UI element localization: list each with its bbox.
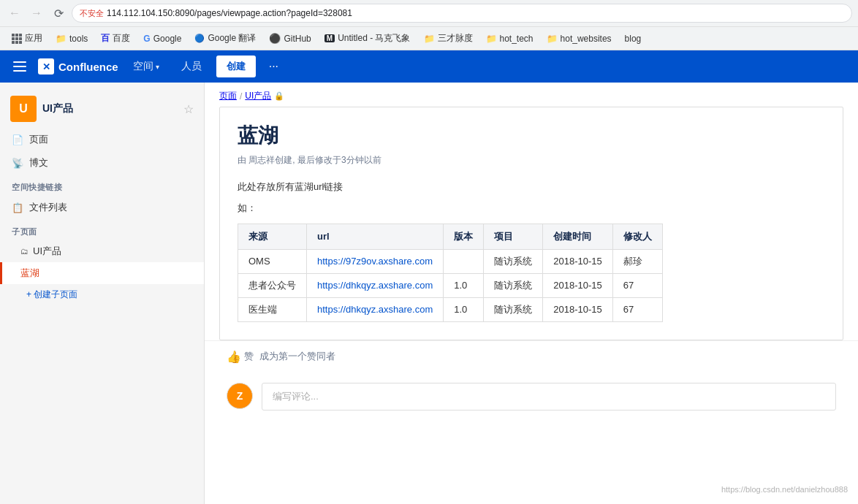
bookmark-apps[interactable]: 应用 [6, 30, 48, 47]
url-link[interactable]: https://dhkqyz.axshare.com [317, 304, 433, 315]
main-layout: U UI产品 ☆ 📄 页面 📡 博文 空间快捷链接 📋 文件列表 子页面 🗂 U… [0, 83, 858, 504]
bookmark-github[interactable]: ⚫ GitHub [263, 30, 316, 47]
bookmark-hot-websites-label: hot_websites [561, 34, 612, 44]
confluence-icon: ✕ [38, 58, 54, 75]
sidebar-item-file-list[interactable]: 📋 文件列表 [0, 196, 204, 219]
spaces-chevron-icon: ▾ [156, 63, 159, 71]
bookmark-hot-tech[interactable]: 📁 hot_tech [480, 30, 539, 47]
bookmark-blog-label: blog [625, 34, 642, 44]
bookmark-google-translate[interactable]: 🔵 Google 翻译 [189, 30, 262, 47]
sidebar-item-pages[interactable]: 📄 页面 [0, 128, 204, 151]
cell-version: 1.0 [444, 273, 484, 297]
cell-url: https://97z9ov.axshare.com [307, 249, 444, 273]
bookmark-hot-websites[interactable]: 📁 hot_websites [541, 30, 618, 47]
comment-input[interactable]: 编写评论... [262, 383, 836, 411]
sidebar-item-lanhhu[interactable]: 蓝湖 [0, 262, 204, 284]
hamburger-menu-button[interactable] [9, 56, 31, 77]
bookmark-sancai-label: 三才脉度 [438, 32, 473, 45]
col-url: url [307, 224, 444, 249]
page-content: 蓝湖 由 周志祥创建, 最后修改于3分钟以前 此处存放所有蓝湖url链接 如： … [238, 122, 825, 322]
bookmark-untitled-label: Untitled - 马克飞象 [338, 32, 410, 45]
sidebar-item-blog[interactable]: 📡 博文 [0, 151, 204, 175]
add-child-page-button[interactable]: + 创建子页面 [0, 284, 204, 305]
cell-source: 患者公众号 [238, 273, 307, 297]
confluence-logo-text: Confluence [58, 61, 118, 73]
page-actions: 👍 赞 成为第一个赞同者 [205, 340, 858, 373]
forward-button[interactable]: → [28, 4, 45, 22]
child-pages-title: 子页面 [0, 219, 204, 240]
cell-created: 2018-10-15 [543, 273, 613, 297]
cell-source: OMS [238, 249, 307, 273]
file-list-icon: 📋 [12, 202, 23, 213]
bookmarks-bar: 应用 📁 tools 百 百度 G Google 🔵 Google 翻译 ⚫ G… [0, 26, 858, 50]
folder-sancai-icon: 📁 [424, 34, 435, 44]
breadcrumb-ui-product-link[interactable]: UI产品 [245, 90, 271, 102]
more-options-button[interactable]: ··· [263, 56, 284, 77]
page-title: 蓝湖 [238, 122, 825, 150]
url-link[interactable]: https://97z9ov.axshare.com [317, 256, 433, 267]
like-label: 赞 [244, 350, 254, 363]
col-created: 创建时间 [543, 224, 613, 249]
col-modifier: 修改人 [612, 224, 662, 249]
space-icon: U [10, 96, 37, 122]
cell-modifier: 67 [612, 273, 662, 297]
sidebar: U UI产品 ☆ 📄 页面 📡 博文 空间快捷链接 📋 文件列表 子页面 🗂 U… [0, 83, 205, 504]
bookmark-tools[interactable]: 📁 tools [50, 30, 94, 47]
confluence-logo[interactable]: ✕ Confluence [38, 58, 118, 75]
col-source: 来源 [238, 224, 307, 249]
bookmark-sancai[interactable]: 📁 三才脉度 [418, 30, 479, 47]
breadcrumb-pages-link[interactable]: 页面 [219, 90, 237, 102]
bookmark-google[interactable]: G Google [137, 30, 187, 47]
create-button[interactable]: 创建 [216, 56, 256, 77]
cell-project: 随访系统 [484, 297, 543, 321]
data-table: 来源 url 版本 项目 创建时间 修改人 OMS https://97z9ov… [238, 224, 663, 322]
breadcrumb: 页面 / UI产品 🔒 [205, 83, 858, 107]
nav-spaces[interactable]: 空间 ▾ [126, 56, 167, 77]
github-icon: ⚫ [269, 33, 281, 44]
nav-people-label: 人员 [181, 60, 202, 73]
security-indicator: 不安全 [80, 8, 104, 19]
cell-url: https://dhkqyz.axshare.com [307, 273, 444, 297]
svg-rect-1 [13, 66, 26, 67]
svg-rect-0 [13, 61, 26, 63]
bookmark-tools-label: tools [69, 34, 88, 44]
bookmark-google-translate-label: Google 翻译 [208, 32, 256, 45]
breadcrumb-separator: / [240, 91, 242, 102]
bookmark-blog[interactable]: blog [619, 30, 648, 47]
sidebar-blog-label: 博文 [29, 156, 48, 169]
url-link[interactable]: https://dhkqyz.axshare.com [317, 280, 433, 291]
body-text-1: 此处存放所有蓝湖url链接 [238, 180, 825, 195]
table-row: OMS https://97z9ov.axshare.com 随访系统 2018… [238, 249, 663, 273]
like-button[interactable]: 👍 赞 [227, 350, 254, 364]
file-list-label: 文件列表 [29, 201, 67, 214]
comment-placeholder: 编写评论... [273, 390, 319, 403]
comment-section: Z 编写评论... [205, 373, 858, 421]
favorite-star-icon[interactable]: ☆ [183, 102, 194, 116]
sidebar-item-ui-product[interactable]: 🗂 UI产品 [0, 240, 204, 262]
table-row: 医生端 https://dhkqyz.axshare.com 1.0 随访系统 … [238, 297, 663, 321]
commenter-avatar: Z [227, 383, 253, 409]
cell-created: 2018-10-15 [543, 297, 613, 321]
nav-people[interactable]: 人员 [174, 56, 209, 77]
browser-chrome: ← → ⟳ 不安全 114.112.104.150:8090/pages/vie… [0, 0, 858, 50]
google-icon: G [143, 34, 150, 44]
apps-icon [12, 34, 22, 44]
refresh-button[interactable]: ⟳ [50, 4, 67, 22]
pages-icon: 📄 [12, 134, 23, 145]
address-bar[interactable]: 不安全 114.112.104.150:8090/pages/viewpage.… [72, 4, 852, 23]
cell-created: 2018-10-15 [543, 249, 613, 273]
bookmark-github-label: GitHub [284, 34, 311, 44]
bookmark-google-label: Google [153, 34, 182, 44]
bookmark-untitled[interactable]: M Untitled - 马克飞象 [319, 30, 417, 47]
page-child-icon: 🗂 [20, 247, 29, 256]
page-meta: 由 周志祥创建, 最后修改于3分钟以前 [238, 154, 825, 167]
page-body: 此处存放所有蓝湖url链接 如： 来源 url 版本 项目 创建时间 修改人 [238, 180, 825, 322]
bookmark-baidu[interactable]: 百 百度 [95, 30, 136, 47]
cell-url: https://dhkqyz.axshare.com [307, 297, 444, 321]
folder-hot-websites-icon: 📁 [547, 34, 558, 44]
bookmark-baidu-label: 百度 [113, 32, 130, 45]
address-url: 114.112.104.150:8090/pages/viewpage.acti… [107, 8, 352, 18]
cell-modifier: 67 [612, 297, 662, 321]
folder-icon: 📁 [56, 34, 67, 44]
back-button[interactable]: ← [6, 4, 23, 22]
